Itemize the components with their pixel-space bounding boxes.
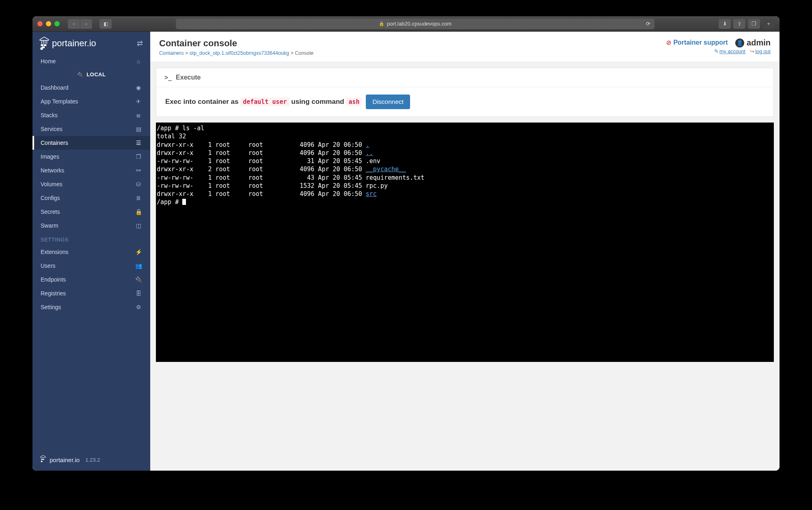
disconnect-button[interactable]: Disconnect bbox=[366, 95, 410, 109]
terminal[interactable]: /app # ls -al total 32 drwxr-xr-x 1 root… bbox=[156, 123, 774, 362]
support-icon: ⊘ bbox=[666, 39, 672, 46]
file-icon: 🗎 bbox=[135, 195, 142, 201]
collapse-sidebar-icon[interactable]: ⇄ bbox=[137, 39, 143, 48]
execute-panel: >_ Execute Exec into container as defaul… bbox=[156, 68, 774, 117]
cogs-icon: ⚙ bbox=[135, 304, 142, 310]
sitemap-icon: ⚯ bbox=[135, 167, 142, 174]
execute-panel-header[interactable]: >_ Execute bbox=[156, 68, 773, 87]
portainer-support-link[interactable]: ⊘Portainer support bbox=[666, 39, 730, 46]
exec-text-mid: using command bbox=[291, 98, 346, 105]
hdd-icon: ⛁ bbox=[135, 181, 142, 187]
close-window-button[interactable] bbox=[37, 21, 43, 26]
svg-rect-8 bbox=[41, 459, 42, 460]
environment-selector[interactable]: 🔌 LOCAL bbox=[32, 68, 150, 81]
maximize-window-button[interactable] bbox=[54, 21, 60, 26]
edit-icon: ✎ bbox=[714, 49, 719, 54]
sidebar-item-settings[interactable]: Settings⚙ bbox=[32, 300, 150, 314]
terminal-icon: >_ bbox=[164, 74, 172, 81]
rocket-icon: ✈ bbox=[135, 98, 142, 105]
share-button[interactable]: ⇪ bbox=[733, 19, 745, 29]
breadcrumb: Containers > otp_dock_otp.1.sif0zt25obrn… bbox=[159, 50, 313, 56]
svg-rect-5 bbox=[44, 44, 46, 46]
breadcrumb-leaf: Console bbox=[295, 50, 313, 56]
tabs-button[interactable]: ❐ bbox=[748, 19, 760, 29]
sidebar-item-label: Images bbox=[41, 153, 59, 160]
sidebar-item-label: Endpoints bbox=[41, 276, 66, 283]
page-header: Container console Containers > otp_dock_… bbox=[150, 32, 780, 62]
svg-point-10 bbox=[41, 461, 43, 462]
sidebar-toggle-button[interactable]: ◧ bbox=[99, 19, 112, 29]
sidebar-item-label: Swarm bbox=[41, 222, 58, 229]
svg-rect-4 bbox=[41, 44, 43, 46]
current-user[interactable]: 👤 admin bbox=[735, 38, 771, 47]
home-icon: ⌂ bbox=[135, 58, 142, 65]
footer-logo-icon bbox=[40, 455, 46, 465]
plug-icon: 🔌 bbox=[135, 276, 142, 283]
sidebar-item-label: App Templates bbox=[41, 98, 78, 105]
sidebar-item-configs[interactable]: Configs🗎 bbox=[32, 191, 150, 205]
address-bar[interactable]: 🔒 port.lab20.cpsudevops.com ⟳ bbox=[176, 19, 654, 29]
sidebar-item-stacks[interactable]: Stacks≣ bbox=[32, 108, 150, 122]
sidebar-item-home[interactable]: Home ⌂ bbox=[32, 54, 150, 68]
sidebar-item-swarm[interactable]: Swarm◫ bbox=[32, 219, 150, 232]
sidebar-item-label: Home bbox=[41, 58, 56, 65]
execute-title: Execute bbox=[176, 74, 201, 81]
sidebar-item-registries[interactable]: Registries🗄 bbox=[32, 286, 150, 300]
sidebar-item-volumes[interactable]: Volumes⛁ bbox=[32, 177, 150, 191]
username: admin bbox=[747, 38, 771, 47]
sidebar-item-images[interactable]: Images❐ bbox=[32, 150, 150, 164]
svg-rect-9 bbox=[43, 459, 44, 460]
sidebar-item-extensions[interactable]: Extensions⚡ bbox=[32, 245, 150, 259]
portainer-logo[interactable]: portainer.io bbox=[39, 37, 96, 50]
forward-button[interactable]: › bbox=[80, 19, 92, 29]
sidebar-item-label: Stacks bbox=[41, 112, 58, 118]
new-tab-button[interactable]: + bbox=[762, 19, 775, 29]
page-title: Container console bbox=[159, 38, 313, 49]
bolt-icon: ⚡ bbox=[135, 249, 142, 255]
sidebar-item-dashboard[interactable]: Dashboard◉ bbox=[32, 81, 150, 95]
list-icon: ≣ bbox=[135, 112, 142, 118]
downloads-button[interactable]: ⬇ bbox=[719, 19, 731, 29]
exec-row: Exec into container as default user usin… bbox=[156, 87, 773, 116]
plug-icon: 🔌 bbox=[77, 72, 84, 77]
user-icon: 👤 bbox=[735, 39, 744, 47]
main: Container console Containers > otp_dock_… bbox=[150, 32, 780, 471]
environment-label: LOCAL bbox=[86, 71, 106, 77]
traffic-lights bbox=[37, 21, 60, 26]
breadcrumb-containers[interactable]: Containers bbox=[159, 50, 184, 56]
footer-brand: portainer.io bbox=[50, 456, 80, 463]
breadcrumb-container-id[interactable]: otp_dock_otp.1.sif0zt25obrngxs733644oukg bbox=[190, 50, 289, 56]
exec-user: default user bbox=[240, 97, 289, 106]
users-icon: 👥 bbox=[135, 263, 142, 269]
lock-icon: 🔒 bbox=[135, 209, 142, 215]
browser-window: ‹ › ◧ 🔒 port.lab20.cpsudevops.com ⟳ ⬇ ⇪ … bbox=[32, 16, 780, 471]
exec-cmd: ash bbox=[346, 97, 362, 106]
sidebar-item-users[interactable]: Users👥 bbox=[32, 259, 150, 273]
my-account-link[interactable]: my account bbox=[719, 49, 745, 54]
sidebar-item-label: Dashboard bbox=[41, 84, 69, 91]
minimize-window-button[interactable] bbox=[46, 21, 51, 26]
object-group-icon: ◫ bbox=[135, 222, 142, 229]
database-icon: 🗄 bbox=[135, 290, 142, 297]
sidebar-nav: Home ⌂ 🔌 LOCAL Dashboard◉App Templates✈S… bbox=[32, 54, 150, 449]
reload-icon[interactable]: ⟳ bbox=[646, 21, 650, 27]
sidebar-item-services[interactable]: Services▤ bbox=[32, 122, 150, 136]
sidebar-item-label: Secrets bbox=[41, 209, 60, 215]
exec-text-pre: Exec into container as bbox=[165, 98, 240, 105]
sidebar-item-label: Services bbox=[41, 126, 63, 132]
sidebar-item-endpoints[interactable]: Endpoints🔌 bbox=[32, 273, 150, 286]
back-button[interactable]: ‹ bbox=[68, 19, 80, 29]
sidebar-item-app-templates[interactable]: App Templates✈ bbox=[32, 95, 150, 108]
app-content: portainer.io ⇄ Home ⌂ 🔌 LOCAL Dashboard◉… bbox=[32, 32, 780, 471]
titlebar: ‹ › ◧ 🔒 port.lab20.cpsudevops.com ⟳ ⬇ ⇪ … bbox=[32, 16, 780, 32]
sidebar-item-networks[interactable]: Networks⚯ bbox=[32, 164, 150, 177]
brand-text: portainer.io bbox=[52, 38, 96, 49]
log-out-link[interactable]: log out bbox=[755, 49, 771, 54]
logo-icon bbox=[39, 37, 50, 50]
url-text: port.lab20.cpsudevops.com bbox=[387, 21, 451, 27]
sidebar-item-containers[interactable]: Containers☰ bbox=[32, 136, 150, 150]
clone-icon: ❐ bbox=[135, 153, 142, 160]
sidebar-item-secrets[interactable]: Secrets🔒 bbox=[32, 205, 150, 219]
clipboard-icon: ▤ bbox=[135, 126, 142, 132]
sidebar-item-label: Volumes bbox=[41, 181, 63, 187]
